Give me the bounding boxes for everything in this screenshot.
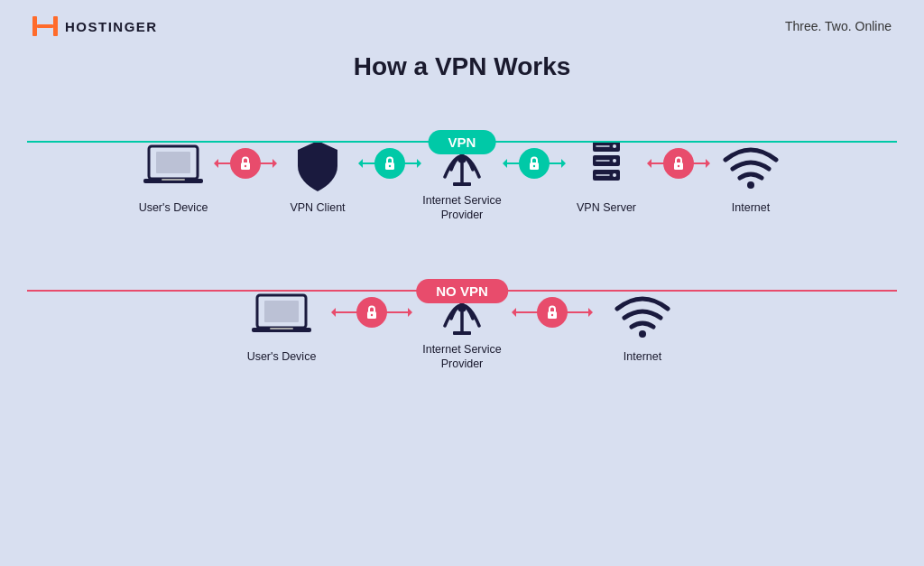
vpn-badge: VPN	[429, 130, 496, 154]
laptop-icon-2	[250, 292, 313, 339]
svg-point-48	[371, 314, 373, 316]
svg-point-38	[678, 165, 679, 167]
svg-point-30	[613, 173, 616, 177]
vpn-client-icon-wrap	[294, 137, 341, 195]
svg-rect-6	[162, 179, 185, 181]
svg-point-28	[613, 144, 616, 148]
vpn-device-label: User's Device	[139, 200, 208, 215]
svg-rect-0	[32, 16, 37, 36]
vpn-lock-2	[374, 148, 405, 179]
vpn-lock-3	[519, 148, 550, 179]
vpn-internet-label: Internet	[732, 200, 770, 215]
diagram-container: VPN User's Device	[0, 121, 924, 378]
novpn-isp-label: Internet ServiceProvider	[422, 342, 502, 372]
svg-marker-14	[358, 159, 363, 168]
novpn-device-item: User's Device	[232, 286, 331, 364]
vpn-client-item: VPN Client	[277, 137, 358, 215]
novpn-badge: NO VPN	[416, 279, 508, 303]
svg-rect-1	[53, 16, 58, 36]
lock-icon-4	[670, 155, 687, 172]
lock-icon-6	[544, 304, 560, 320]
vpn-device-item: User's Device	[133, 137, 214, 215]
vpn-lock-4	[663, 148, 694, 179]
svg-point-24	[533, 165, 535, 167]
vpn-lock-1	[230, 148, 261, 179]
novpn-device-icon-wrap	[250, 286, 313, 344]
vpn-internet-icon-wrap	[722, 137, 780, 195]
vpn-device-icon-wrap	[142, 137, 205, 195]
laptop-icon	[142, 143, 205, 190]
novpn-section: NO VPN User's Device	[27, 270, 897, 379]
svg-point-11	[245, 165, 246, 167]
server-icon	[587, 139, 625, 193]
svg-marker-35	[706, 159, 710, 168]
main-title: How a VPN Works	[0, 52, 924, 81]
tagline: Three. Two. Online	[785, 19, 892, 33]
lock-icon-5	[364, 304, 380, 320]
vpn-section: VPN User's Device	[27, 121, 897, 230]
novpn-internet-icon-wrap	[614, 286, 671, 344]
lock-icon-2	[382, 155, 398, 172]
logo-text: HOSTINGER	[65, 19, 158, 34]
svg-marker-13	[417, 159, 421, 168]
novpn-internet-item: Internet	[593, 286, 692, 364]
svg-point-16	[389, 165, 391, 167]
vpn-isp-label: Internet ServiceProvider	[422, 193, 502, 223]
svg-marker-46	[331, 308, 336, 317]
vpn-connector-3	[503, 150, 566, 177]
svg-marker-45	[408, 308, 412, 317]
svg-rect-41	[264, 301, 299, 322]
svg-rect-19	[453, 182, 471, 186]
novpn-lock-1	[356, 297, 387, 328]
vpn-connector-2	[358, 150, 421, 177]
svg-point-39	[747, 181, 754, 189]
svg-rect-4	[156, 152, 190, 173]
vpn-client-label: VPN Client	[290, 200, 345, 215]
svg-point-57	[639, 330, 646, 338]
novpn-connector-1	[331, 299, 412, 326]
svg-marker-8	[273, 159, 277, 168]
novpn-connector-2	[512, 299, 593, 326]
novpn-internet-label: Internet	[624, 349, 661, 364]
svg-marker-54	[512, 308, 516, 317]
vpn-server-icon-wrap	[587, 137, 625, 195]
header: HOSTINGER Three. Two. Online	[0, 0, 924, 45]
shield-icon	[294, 139, 341, 193]
svg-marker-9	[214, 159, 218, 168]
novpn-device-label: User's Device	[247, 349, 317, 364]
svg-marker-21	[561, 159, 566, 168]
svg-marker-36	[647, 159, 651, 168]
wifi-icon	[722, 144, 780, 189]
lock-icon-1	[237, 155, 254, 172]
vpn-connector-1	[214, 150, 277, 177]
svg-marker-22	[503, 159, 507, 168]
svg-rect-2	[37, 24, 53, 28]
lock-icon-3	[526, 155, 542, 172]
wifi-icon-2	[614, 292, 671, 338]
svg-point-56	[551, 314, 553, 316]
svg-marker-53	[588, 308, 593, 317]
novpn-lock-2	[537, 297, 568, 328]
vpn-internet-item: Internet	[710, 137, 791, 215]
vpn-connector-4	[647, 150, 710, 177]
vpn-server-label: VPN Server	[577, 200, 636, 215]
logo-icon	[32, 16, 58, 36]
svg-rect-43	[270, 328, 293, 329]
svg-point-29	[613, 159, 616, 162]
svg-rect-51	[453, 331, 471, 335]
vpn-server-item: VPN Server	[566, 137, 647, 215]
logo: HOSTINGER	[32, 16, 158, 36]
